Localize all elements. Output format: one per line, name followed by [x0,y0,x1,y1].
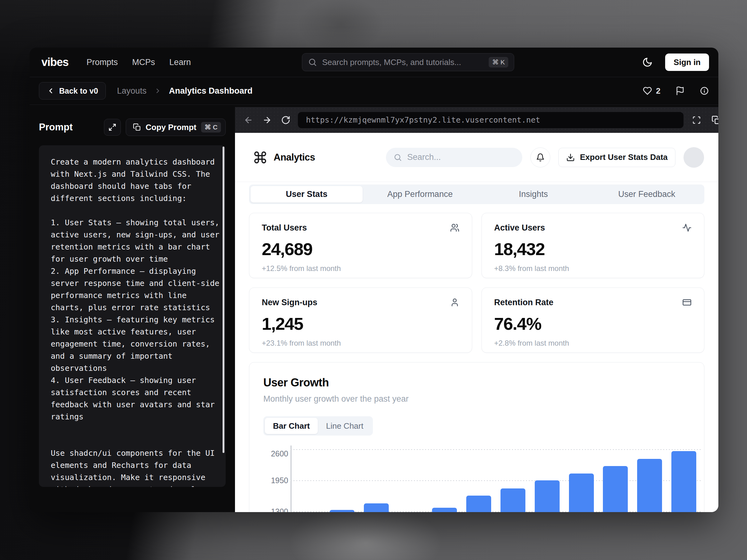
chart-y-axis-labels: 260019501300 [263,449,291,512]
fullscreen-button[interactable] [692,116,701,125]
main-split: Prompt Copy Prompt ⌘ C Create a modern a… [30,105,718,512]
chart-bar [364,503,389,512]
refresh-icon [281,115,290,125]
breadcrumb-bar: Back to v0 Layouts Analytics Dashboard 2 [30,77,718,105]
breadcrumb-actions: 2 [643,86,709,96]
stat-delta: +2.8% from last month [494,339,692,348]
chart-bar [603,466,628,512]
tab-user-stats[interactable]: User Stats [251,186,363,203]
nav-links: Prompts MCPs Learn [86,58,191,67]
like-button[interactable]: 2 [643,86,661,96]
browser-chrome-actions [692,115,718,125]
vibes-logo[interactable]: vibes [42,56,69,69]
stat-delta: +23.1% from last month [262,339,459,348]
prompt-text-box[interactable]: Create a modern analytics dashboard with… [39,145,226,487]
chart-gridline [291,449,701,450]
prompt-panel-header: Prompt Copy Prompt ⌘ C [30,105,235,136]
copy-window-icon [712,115,718,125]
breadcrumb-current: Analytics Dashboard [169,86,253,96]
stat-label: New Sign-ups [262,298,317,308]
copy-prompt-label: Copy Prompt [146,123,197,132]
sign-in-button[interactable]: Sign in [665,54,709,71]
heart-icon [643,86,652,96]
toggle-bar-chart[interactable]: Bar Chart [265,418,318,434]
stat-delta: +12.5% from last month [262,264,459,273]
prompt-panel: Prompt Copy Prompt ⌘ C Create a modern a… [30,105,235,512]
chart-bar [466,496,491,512]
user-icon [450,298,459,307]
browser-back-button[interactable] [244,115,253,125]
stat-card-retention-rate: Retention Rate 76.4% +2.8% from last mon… [482,288,705,353]
stat-value: 24,689 [262,239,459,259]
expand-icon [108,123,117,131]
top-navbar: vibes Prompts MCPs Learn Search prompts,… [30,48,718,77]
toggle-line-chart[interactable]: Line Chart [318,418,371,434]
stats-grid: Total Users 24,689 +12.5% from last mont… [249,213,704,353]
nav-link-prompts[interactable]: Prompts [86,58,118,67]
theme-toggle-moon-icon[interactable] [642,57,653,68]
search-icon [393,153,402,162]
browser-chrome: https://kzmjqewnml7yx7pstny2.lite.vuserc… [235,105,718,133]
info-icon [700,86,709,96]
browser-forward-button[interactable] [262,115,272,125]
preview-panel: https://kzmjqewnml7yx7pstny2.lite.vuserc… [235,105,718,512]
tab-user-feedback[interactable]: User Feedback [591,186,703,203]
vibes-app-window: vibes Prompts MCPs Learn Search prompts,… [30,48,718,512]
tab-insights[interactable]: Insights [478,186,590,203]
dashboard-header: Analytics Search... Export User Stats Da… [235,133,718,182]
back-to-v0-button[interactable]: Back to v0 [39,82,106,100]
chart-tick-label: 2600 [271,449,288,458]
copy-shortcut-badge: ⌘ C [201,122,221,133]
growth-title: User Growth [263,376,701,389]
flag-button[interactable] [675,86,685,96]
global-search-input[interactable]: Search prompts, MCPs, and tutorials... ⌘… [302,53,514,71]
stat-card-total-users: Total Users 24,689 +12.5% from last mont… [249,213,472,278]
user-growth-chart: 260019501300 [263,449,701,512]
expand-button[interactable] [104,119,121,136]
nav-link-mcps[interactable]: MCPs [132,58,155,67]
chart-type-toggle: Bar Chart Line Chart [263,416,373,435]
growth-chart-plot [291,449,701,512]
users-icon [450,223,459,232]
bell-icon [536,153,545,162]
flag-icon [675,86,685,96]
activity-icon [682,223,692,232]
chart-tick-label: 1950 [271,476,288,485]
chevron-right-icon [154,87,161,95]
dashboard-content: User Stats App Performance Insights User… [235,182,718,512]
chart-y-axis-line [291,446,291,512]
credit-card-icon [682,298,692,307]
info-button[interactable] [700,86,709,96]
chart-bar [671,451,696,512]
breadcrumb: Layouts Analytics Dashboard [117,86,252,96]
copy-prompt-button[interactable]: Copy Prompt ⌘ C [126,118,226,136]
browser-refresh-button[interactable] [281,115,290,125]
desktop-background: vibes Prompts MCPs Learn Search prompts,… [0,0,747,560]
breadcrumb-section[interactable]: Layouts [117,86,147,96]
avatar[interactable] [684,147,704,168]
stat-value: 18,432 [494,239,692,259]
nav-link-learn[interactable]: Learn [169,58,191,67]
dashboard-search-input[interactable]: Search... [386,148,522,167]
search-icon [308,58,317,67]
like-count: 2 [656,86,661,96]
dashboard-search-placeholder: Search... [407,153,441,162]
nav-right-group: Sign in [642,54,709,71]
prompt-text: Create a modern analytics dashboard with… [51,156,226,487]
notifications-button[interactable] [531,148,550,167]
tab-app-performance[interactable]: App Performance [364,186,476,203]
duplicate-button[interactable] [712,115,718,125]
dashboard-tabs: User Stats App Performance Insights User… [249,185,704,204]
stat-value: 76.4% [494,314,692,334]
search-shortcut-badge: ⌘ K [489,57,508,68]
prompt-scrollbar[interactable] [223,146,225,453]
search-placeholder: Search prompts, MCPs, and tutorials... [322,58,484,67]
url-bar[interactable]: https://kzmjqewnml7yx7pstny2.lite.vuserc… [298,112,684,128]
stat-card-new-signups: New Sign-ups 1,245 +23.1% from last mont… [249,288,472,353]
chevron-left-icon [47,87,55,95]
stat-label: Total Users [262,223,307,233]
download-icon [566,153,575,162]
export-user-stats-button[interactable]: Export User Stats Data [558,148,675,167]
dashboard-brand: Analytics [253,150,315,165]
chart-bar [330,510,355,512]
